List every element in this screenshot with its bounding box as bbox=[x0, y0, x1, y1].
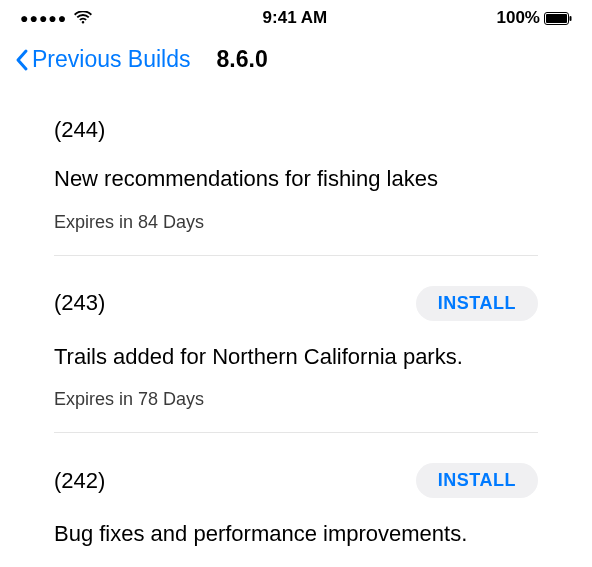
status-right: 100% bbox=[497, 8, 572, 28]
back-button[interactable]: Previous Builds bbox=[14, 46, 191, 73]
status-left: ●●●●● bbox=[20, 10, 93, 26]
build-expires: Expires in 84 Days bbox=[54, 212, 538, 233]
build-number: (242) bbox=[54, 468, 105, 494]
build-item: (242) INSTALL Bug fixes and performance … bbox=[54, 433, 538, 567]
install-button[interactable]: INSTALL bbox=[416, 463, 538, 498]
build-description: Bug fixes and performance improvements. bbox=[54, 520, 538, 549]
battery-icon bbox=[544, 12, 572, 25]
builds-list: (244) New recommendations for fishing la… bbox=[0, 87, 592, 567]
signal-dots-icon: ●●●●● bbox=[20, 10, 67, 26]
chevron-left-icon bbox=[14, 48, 30, 72]
battery-percent: 100% bbox=[497, 8, 540, 28]
build-description: Trails added for Northern California par… bbox=[54, 343, 538, 372]
wifi-icon bbox=[73, 11, 93, 25]
page-title: 8.6.0 bbox=[217, 46, 268, 73]
build-item: (244) New recommendations for fishing la… bbox=[54, 87, 538, 256]
build-number: (244) bbox=[54, 117, 105, 143]
build-description: New recommendations for fishing lakes bbox=[54, 165, 538, 194]
build-number: (243) bbox=[54, 290, 105, 316]
build-expires: Expires in 78 Days bbox=[54, 389, 538, 410]
nav-bar: Previous Builds 8.6.0 bbox=[0, 32, 592, 87]
back-label: Previous Builds bbox=[32, 46, 191, 73]
status-bar: ●●●●● 9:41 AM 100% bbox=[0, 0, 592, 32]
svg-rect-1 bbox=[546, 14, 567, 23]
svg-rect-2 bbox=[569, 16, 571, 21]
install-button[interactable]: INSTALL bbox=[416, 286, 538, 321]
build-item: (243) INSTALL Trails added for Northern … bbox=[54, 256, 538, 434]
status-time: 9:41 AM bbox=[263, 8, 328, 28]
